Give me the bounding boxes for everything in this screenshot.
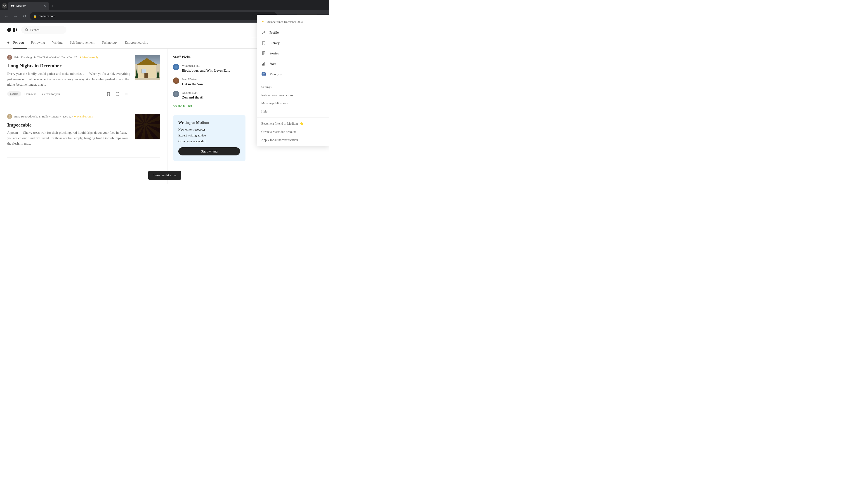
site-logo[interactable]: [7, 27, 17, 33]
menu-stories-label: Stories: [270, 52, 279, 55]
article-image[interactable]: [135, 114, 160, 139]
staff-pick-item: Wikimedia in... Birds, bugs, and Wiki Lo…: [173, 64, 246, 73]
svg-point-13: [9, 56, 11, 58]
writing-promo-card: Writing on Medium New writer resources E…: [173, 115, 246, 161]
staff-pick-title[interactable]: Birds, bugs, and Wiki Loves Ea...: [182, 68, 246, 73]
svg-rect-24: [262, 64, 263, 66]
menu-item-stats[interactable]: Stats: [257, 59, 329, 69]
menu-item-verification[interactable]: Apply for author verification: [257, 136, 329, 144]
menu-item-stories[interactable]: Stories: [257, 48, 329, 59]
article-tag[interactable]: Fantasy: [7, 91, 21, 96]
svg-rect-26: [265, 62, 266, 66]
article-title[interactable]: Long Nights in December: [7, 63, 130, 69]
article-actions: [105, 90, 130, 98]
tab-following[interactable]: Following: [27, 37, 49, 48]
staff-pick-title[interactable]: Zen and the Al: [182, 95, 246, 100]
tab-switcher[interactable]: [2, 3, 7, 8]
toast-notification: Show less like this: [148, 171, 181, 180]
save-button[interactable]: [105, 90, 112, 98]
main-feed: Grim Flandango in The Fiction Writer's D…: [0, 48, 167, 184]
staff-pick-content: Wikimedia in... Birds, bugs, and Wiki Lo…: [182, 64, 246, 73]
publication-link[interactable]: The Fiction Writer's Den: [37, 56, 66, 59]
svg-point-5: [7, 28, 11, 32]
menu-item-friend-of-medium[interactable]: Become a Friend of Medium ⭐: [257, 120, 329, 128]
menu-item-profile[interactable]: Profile: [257, 27, 329, 38]
svg-point-16: [125, 94, 126, 94]
active-tab[interactable]: Medium ✕: [8, 2, 49, 10]
menu-stats-label: Stats: [270, 62, 276, 66]
author-avatar-img: [7, 114, 12, 119]
search-placeholder: Search: [30, 28, 39, 32]
menu-item-help[interactable]: Help: [257, 107, 329, 116]
staff-pick-title[interactable]: Get in the Van: [182, 82, 246, 87]
article-author-text: Anna Rozwadowska in Hallow Literary · De…: [14, 115, 93, 119]
writing-promo-item: Expert writing advice: [178, 134, 240, 137]
back-button[interactable]: ←: [3, 13, 10, 20]
article-image[interactable]: [135, 55, 160, 80]
forward-button[interactable]: →: [12, 13, 19, 20]
article-title[interactable]: Impeccable: [7, 122, 130, 128]
menu-item-manage-pub[interactable]: Manage publications: [257, 99, 329, 107]
tab-self-improvement[interactable]: Self Improvement: [66, 37, 98, 48]
tab-close-button[interactable]: ✕: [43, 4, 46, 8]
address-bar[interactable]: 🔒 medium.com: [30, 12, 277, 20]
article-footer: Fantasy 6 min read · Selected for you: [7, 90, 130, 98]
menu-item-refine[interactable]: Refine recommendations: [257, 91, 329, 99]
reload-button[interactable]: ↻: [21, 13, 28, 20]
menu-item-library[interactable]: Library: [257, 38, 329, 48]
search-icon: [25, 28, 29, 32]
staff-pick-content: Quentin Sept Zen and the Al: [182, 91, 246, 100]
tab-for-you[interactable]: For you: [13, 37, 27, 48]
toast-text: Show less like this: [153, 173, 177, 177]
tab-writing[interactable]: Writing: [49, 37, 66, 48]
author-avatar: [7, 114, 12, 119]
article-author-text: Grim Flandango in The Fiction Writer's D…: [14, 56, 98, 59]
more-options-button[interactable]: [123, 90, 130, 98]
article-card: Grim Flandango in The Fiction Writer's D…: [7, 55, 160, 106]
svg-point-18: [127, 94, 128, 94]
tab-entrepreneurship[interactable]: Entrepreneurship: [121, 37, 152, 48]
author-name[interactable]: Anna Rozwadowska: [14, 115, 38, 118]
svg-point-6: [13, 28, 16, 32]
menu-item-settings[interactable]: Settings: [257, 83, 329, 91]
svg-point-28: [263, 73, 265, 74]
svg-point-7: [16, 28, 17, 31]
menu-item-moodjoy[interactable]: Moodjoy: [257, 69, 329, 79]
author-avatar-img: [7, 55, 12, 60]
svg-point-20: [9, 115, 11, 117]
staff-pick-content: Joan Westenl... Get in the Van: [182, 77, 246, 87]
read-time: 6 min read: [24, 92, 36, 96]
svg-rect-25: [264, 63, 264, 66]
writing-promo-item: Grow your readership: [178, 140, 240, 143]
author-avatar: [7, 55, 12, 60]
staff-pick-avatar: [173, 64, 179, 70]
menu-item-mastodon[interactable]: Create a Mastodon account: [257, 128, 329, 136]
publication-link[interactable]: Hallow Literary: [42, 115, 61, 118]
author-name[interactable]: Grim Flandango: [14, 56, 33, 59]
see-full-list-link[interactable]: See the full list: [173, 104, 246, 108]
article-excerpt: Every year the family would gather and m…: [7, 71, 130, 87]
become-friend-label: Become a Friend of Medium: [261, 122, 298, 126]
staff-pick-avatar: [173, 77, 179, 84]
member-since-text: Member since December 2023: [267, 20, 303, 24]
staff-pick-item: Quentin Sept Zen and the Al: [173, 91, 246, 100]
selected-label: · Selected for you: [39, 92, 60, 96]
search-bar[interactable]: Search: [21, 26, 66, 34]
svg-rect-23: [262, 52, 265, 55]
svg-point-1: [13, 5, 14, 7]
user-dropdown-menu: ✦ Member since December 2023 Profile Lib…: [257, 15, 329, 146]
writing-promo-section: Writing on Medium New writer resources E…: [173, 115, 246, 161]
hide-button[interactable]: [114, 90, 121, 98]
add-tab-button[interactable]: +: [7, 40, 9, 45]
staff-pick-author: Quentin Sept: [182, 91, 246, 94]
tab-technology[interactable]: Technology: [98, 37, 121, 48]
new-tab-button[interactable]: +: [50, 4, 56, 8]
article-meta: Grim Flandango in The Fiction Writer's D…: [7, 55, 130, 60]
member-star-icon: ✦: [261, 20, 264, 24]
svg-point-17: [126, 94, 127, 94]
bookmark-icon: [106, 92, 111, 96]
article-meta: Anna Rozwadowska in Hallow Literary · De…: [7, 114, 130, 119]
bar-chart-icon: [261, 61, 266, 66]
svg-point-22: [263, 31, 265, 33]
start-writing-button[interactable]: Start writing: [178, 147, 240, 156]
